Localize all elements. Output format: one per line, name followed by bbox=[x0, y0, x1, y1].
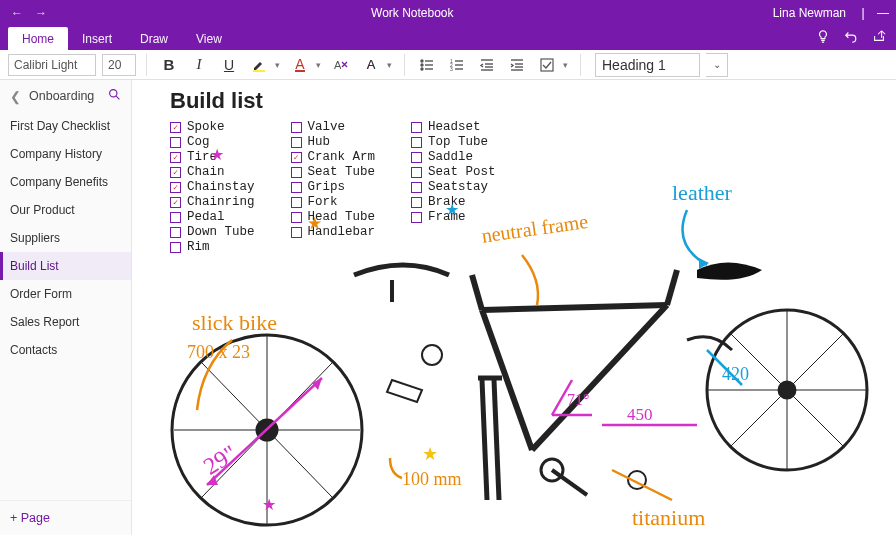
todo-tag-button[interactable] bbox=[535, 53, 559, 77]
style-dropdown-icon[interactable]: ⌄ bbox=[706, 53, 728, 77]
style-select[interactable]: Heading 1 bbox=[595, 53, 700, 77]
checklist-item[interactable]: ✓Chainring bbox=[170, 195, 255, 209]
checkbox-icon[interactable] bbox=[411, 167, 422, 178]
checkbox-icon[interactable] bbox=[411, 212, 422, 223]
checkbox-icon[interactable]: ✓ bbox=[291, 152, 302, 163]
highlight-button[interactable] bbox=[247, 53, 271, 77]
checklist-item[interactable]: Fork bbox=[291, 195, 376, 209]
section-back-icon[interactable]: ❮ bbox=[10, 89, 21, 104]
undo-icon[interactable] bbox=[844, 29, 858, 46]
checkbox-icon[interactable] bbox=[170, 212, 181, 223]
add-page-button[interactable]: + Page bbox=[0, 500, 131, 535]
checklist-item[interactable]: Hub bbox=[291, 135, 376, 149]
checkbox-icon[interactable] bbox=[291, 122, 302, 133]
tab-view[interactable]: View bbox=[182, 27, 236, 50]
checkbox-icon[interactable] bbox=[291, 182, 302, 193]
sidebar-page[interactable]: Company History bbox=[0, 140, 131, 168]
checkbox-icon[interactable] bbox=[411, 122, 422, 133]
checklist-item[interactable]: ✓Spoke bbox=[170, 120, 255, 134]
checklist-item[interactable]: Headset bbox=[411, 120, 496, 134]
chevron-down-icon[interactable]: ▾ bbox=[387, 60, 392, 70]
section-title[interactable]: Onboarding bbox=[29, 89, 100, 103]
checkbox-icon[interactable] bbox=[411, 152, 422, 163]
font-color-dropdown-icon[interactable]: ▾ bbox=[316, 60, 321, 70]
clear-formatting-button[interactable]: A bbox=[329, 53, 353, 77]
search-icon[interactable] bbox=[108, 88, 121, 104]
tab-draw[interactable]: Draw bbox=[126, 27, 182, 50]
checklist-item[interactable]: Top Tube bbox=[411, 135, 496, 149]
sidebar-page[interactable]: Sales Report bbox=[0, 308, 131, 336]
checklist-item[interactable]: Seat Tube bbox=[291, 165, 376, 179]
tab-insert[interactable]: Insert bbox=[68, 27, 126, 50]
bullet-list-button[interactable] bbox=[415, 53, 439, 77]
font-color-button[interactable]: A bbox=[288, 53, 312, 77]
checkbox-icon[interactable] bbox=[170, 242, 181, 253]
tab-home[interactable]: Home bbox=[8, 27, 68, 50]
checklist-item[interactable]: Down Tube bbox=[170, 225, 255, 239]
nav-back-icon[interactable]: ← bbox=[6, 6, 28, 20]
checklist-item[interactable]: Cog bbox=[170, 135, 255, 149]
checklist-item[interactable]: Rim bbox=[170, 240, 255, 254]
checklist-item[interactable]: Handlebar bbox=[291, 225, 376, 239]
checklist-item[interactable]: ✓Tire bbox=[170, 150, 255, 164]
checkbox-icon[interactable] bbox=[291, 167, 302, 178]
svg-line-46 bbox=[482, 310, 532, 450]
more-formatting-button[interactable]: A bbox=[359, 53, 383, 77]
indent-increase-button[interactable] bbox=[505, 53, 529, 77]
checkbox-icon[interactable]: ✓ bbox=[170, 152, 181, 163]
svg-point-26 bbox=[779, 382, 795, 398]
minimize-icon[interactable]: — bbox=[876, 6, 890, 20]
font-size-input[interactable] bbox=[102, 54, 136, 76]
sidebar-page[interactable]: Company Benefits bbox=[0, 168, 131, 196]
checklist-item[interactable]: Frame bbox=[411, 210, 496, 224]
checklist-item[interactable]: Pedal bbox=[170, 210, 255, 224]
checklist-item[interactable]: ✓Chain bbox=[170, 165, 255, 179]
page-title[interactable]: Build list bbox=[170, 88, 263, 114]
sidebar-page[interactable]: Contacts bbox=[0, 336, 131, 364]
checkbox-icon[interactable] bbox=[170, 227, 181, 238]
checklist-item[interactable]: Brake bbox=[411, 195, 496, 209]
checkbox-icon[interactable] bbox=[291, 137, 302, 148]
checkbox-icon[interactable] bbox=[411, 197, 422, 208]
numbered-list-button[interactable]: 123 bbox=[445, 53, 469, 77]
checklist-item[interactable]: Seat Post bbox=[411, 165, 496, 179]
checkbox-icon[interactable] bbox=[291, 197, 302, 208]
note-canvas[interactable]: Build list ✓SpokeCog✓Tire✓Chain✓Chainsta… bbox=[132, 80, 896, 535]
checklist-item[interactable]: Seatstay bbox=[411, 180, 496, 194]
share-icon[interactable] bbox=[872, 29, 886, 46]
user-name[interactable]: Lina Newman bbox=[773, 6, 846, 20]
checklist-label: Head Tube bbox=[308, 210, 376, 224]
bold-button[interactable]: B bbox=[157, 53, 181, 77]
checklist-item[interactable]: ✓Crank Arm bbox=[291, 150, 376, 164]
checklist-item[interactable]: ✓Chainstay bbox=[170, 180, 255, 194]
checklist-label: Handlebar bbox=[308, 225, 376, 239]
sidebar-page[interactable]: First Day Checklist bbox=[0, 112, 131, 140]
italic-button[interactable]: I bbox=[187, 53, 211, 77]
sidebar-page[interactable]: Our Product bbox=[0, 196, 131, 224]
indent-decrease-button[interactable] bbox=[475, 53, 499, 77]
checkbox-icon[interactable] bbox=[291, 212, 302, 223]
checkbox-icon[interactable]: ✓ bbox=[170, 197, 181, 208]
checklist-item[interactable]: Valve bbox=[291, 120, 376, 134]
checklist-item[interactable]: Saddle bbox=[411, 150, 496, 164]
lightbulb-icon[interactable] bbox=[816, 29, 830, 46]
checkbox-icon[interactable]: ✓ bbox=[170, 122, 181, 133]
sidebar-page[interactable]: Suppliers bbox=[0, 224, 131, 252]
svg-line-32 bbox=[267, 430, 332, 497]
checkbox-icon[interactable] bbox=[411, 182, 422, 193]
sidebar-page[interactable]: Order Form bbox=[0, 280, 131, 308]
nav-forward-icon[interactable]: → bbox=[30, 6, 52, 20]
sidebar-page[interactable]: Build List bbox=[0, 252, 131, 280]
chevron-down-icon[interactable]: ▾ bbox=[563, 60, 568, 70]
font-name-input[interactable] bbox=[8, 54, 96, 76]
checkbox-icon[interactable]: ✓ bbox=[170, 182, 181, 193]
underline-button[interactable]: U bbox=[217, 53, 241, 77]
checkbox-icon[interactable] bbox=[170, 137, 181, 148]
checkbox-icon[interactable] bbox=[291, 227, 302, 238]
checkbox-icon[interactable]: ✓ bbox=[170, 167, 181, 178]
ribbon: B I U ▾ A ▾ A A ▾ 123 ▾ Heading 1 ⌄ bbox=[0, 50, 896, 80]
checkbox-icon[interactable] bbox=[411, 137, 422, 148]
checklist-item[interactable]: Grips bbox=[291, 180, 376, 194]
highlight-dropdown-icon[interactable]: ▾ bbox=[275, 60, 280, 70]
checklist-item[interactable]: Head Tube bbox=[291, 210, 376, 224]
